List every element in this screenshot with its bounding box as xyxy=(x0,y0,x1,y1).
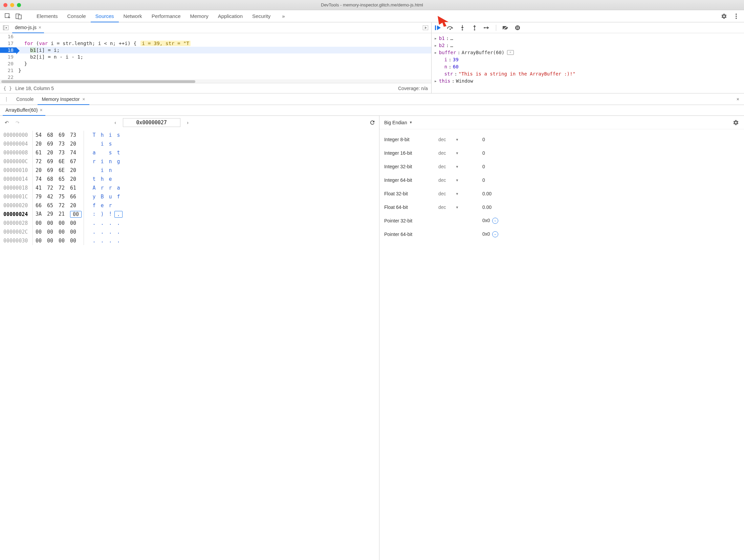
ascii-char[interactable]: e xyxy=(98,202,106,209)
hex-byte[interactable]: 41 xyxy=(36,185,47,191)
hex-byte[interactable]: 79 xyxy=(36,194,47,200)
ascii-char[interactable]: : xyxy=(90,211,98,218)
ascii-char[interactable]: r xyxy=(90,158,98,165)
value-format-select[interactable]: dec▼ xyxy=(438,137,482,142)
hex-row[interactable]: 0000003000000000.... xyxy=(3,236,376,245)
tab-performance[interactable]: Performance xyxy=(147,10,185,22)
hex-byte[interactable]: 74 xyxy=(36,176,47,182)
ascii-char[interactable]: . xyxy=(114,220,123,226)
drawer-more-icon[interactable]: ⋮ xyxy=(2,96,11,102)
hex-byte[interactable]: 73 xyxy=(59,141,70,147)
hex-byte[interactable]: 61 xyxy=(70,185,82,191)
hex-byte[interactable]: 00 xyxy=(59,238,70,244)
line-gutter[interactable]: 19 xyxy=(0,54,16,60)
jump-to-address-icon[interactable] xyxy=(492,231,498,237)
scope-row[interactable]: i: 39 xyxy=(434,56,741,63)
value-settings-gear-icon[interactable] xyxy=(732,119,739,126)
hex-byte[interactable]: 67 xyxy=(70,158,82,165)
hex-byte[interactable]: 00 xyxy=(47,220,59,226)
hex-byte[interactable]: 66 xyxy=(36,202,47,209)
hex-row[interactable]: 0000000054686973This xyxy=(3,131,376,139)
hex-byte[interactable]: 00 xyxy=(70,220,82,226)
hex-byte[interactable]: 00 xyxy=(47,229,59,235)
ascii-char[interactable]: . xyxy=(106,238,114,244)
hex-byte[interactable]: 20 xyxy=(36,141,47,147)
hex-byte[interactable]: 54 xyxy=(36,132,47,138)
ascii-char[interactable]: ) xyxy=(98,211,106,218)
ascii-char[interactable]: h xyxy=(98,176,106,182)
settings-gear-icon[interactable] xyxy=(720,12,728,21)
ascii-char[interactable]: i xyxy=(106,132,114,138)
ascii-char[interactable]: g xyxy=(114,158,123,165)
ascii-char[interactable]: . xyxy=(90,238,98,244)
hex-byte[interactable]: 6E xyxy=(59,167,70,173)
file-tab[interactable]: demo-js.js × xyxy=(12,22,44,33)
hex-row[interactable]: 0000001474686520the xyxy=(3,175,376,184)
line-gutter[interactable]: 22 xyxy=(0,74,16,80)
inspect-element-icon[interactable] xyxy=(3,12,12,21)
hex-byte[interactable]: 21 xyxy=(59,211,70,218)
ascii-char[interactable]: f xyxy=(90,202,98,209)
hex-byte[interactable]: 72 xyxy=(59,185,70,191)
scope-row[interactable]: ▸b1: … xyxy=(434,35,741,42)
buffer-tab[interactable]: ArrayBuffer(60) × xyxy=(3,105,45,116)
tab-console[interactable]: Console xyxy=(63,10,91,22)
scope-row[interactable]: str: "This is a string in the ArrayBuffe… xyxy=(434,70,741,77)
ascii-char[interactable]: n xyxy=(106,167,114,173)
hex-byte[interactable]: 6E xyxy=(59,158,70,165)
hex-byte[interactable]: 00 xyxy=(70,229,82,235)
hex-byte[interactable]: 20 xyxy=(47,150,59,156)
line-gutter[interactable]: 18 xyxy=(0,47,16,53)
kebab-menu-icon[interactable] xyxy=(732,12,741,21)
line-gutter[interactable]: 16 xyxy=(0,34,16,39)
hex-byte[interactable]: 65 xyxy=(47,202,59,209)
hex-byte[interactable]: 73 xyxy=(70,132,82,138)
device-toolbar-icon[interactable] xyxy=(14,12,23,21)
hex-row[interactable]: 0000001841727261Arra xyxy=(3,184,376,192)
hex-byte[interactable]: 00 xyxy=(36,229,47,235)
value-format-select[interactable]: dec▼ xyxy=(438,204,482,210)
close-drawer-tab-icon[interactable]: × xyxy=(81,96,85,102)
hex-byte[interactable]: 20 xyxy=(70,202,82,209)
hex-row[interactable]: 0000000C72696E67ring xyxy=(3,157,376,166)
hex-byte[interactable]: 72 xyxy=(59,202,70,209)
hex-byte[interactable]: 72 xyxy=(47,185,59,191)
tab-sources[interactable]: Sources xyxy=(91,10,119,22)
ascii-char[interactable]: i xyxy=(98,167,106,173)
ascii-char[interactable]: . xyxy=(106,220,114,226)
scope-row[interactable]: n: 60 xyxy=(434,63,741,70)
ascii-char[interactable]: ! xyxy=(106,211,114,218)
hex-byte[interactable]: 68 xyxy=(47,132,59,138)
ascii-char[interactable]: s xyxy=(114,132,123,138)
ascii-char[interactable]: . xyxy=(106,229,114,235)
hex-byte[interactable]: 00 xyxy=(70,238,82,244)
hex-grid[interactable]: 0000000054686973This0000000420697320 is … xyxy=(0,129,379,560)
ascii-char[interactable]: a xyxy=(90,150,98,156)
ascii-char[interactable]: . xyxy=(98,238,106,244)
ascii-char[interactable]: . xyxy=(98,229,106,235)
hex-row[interactable]: 0000000420697320 is xyxy=(3,139,376,148)
tab-memory[interactable]: Memory xyxy=(185,10,213,22)
hex-byte[interactable]: 69 xyxy=(59,132,70,138)
ascii-char[interactable]: s xyxy=(106,141,114,147)
drawer-tab-console[interactable]: Console xyxy=(12,93,38,105)
ascii-char[interactable]: i xyxy=(98,158,106,165)
value-format-select[interactable]: dec▼ xyxy=(438,150,482,156)
scope-row[interactable]: ▸buffer: ArrayBuffer(60)∷ xyxy=(434,49,741,56)
ascii-char[interactable]: . xyxy=(90,220,98,226)
drawer-close-icon[interactable]: × xyxy=(737,96,742,102)
value-format-select[interactable]: dec▼ xyxy=(438,177,482,183)
ascii-char[interactable]: r xyxy=(106,185,114,191)
hex-row[interactable]: 0000001C79427566yBuf xyxy=(3,192,376,201)
pretty-print-icon[interactable]: { } xyxy=(3,86,12,91)
ascii-char[interactable]: . xyxy=(90,229,98,235)
line-gutter[interactable]: 21 xyxy=(0,68,16,73)
ascii-char[interactable]: t xyxy=(90,176,98,182)
ascii-char[interactable]: . xyxy=(114,229,123,235)
ascii-char[interactable]: t xyxy=(114,150,123,156)
ascii-char[interactable]: s xyxy=(106,150,114,156)
hex-byte[interactable]: 00 xyxy=(36,220,47,226)
hex-byte[interactable]: 20 xyxy=(70,167,82,173)
ascii-char[interactable]: B xyxy=(98,194,106,200)
ascii-char[interactable]: e xyxy=(106,176,114,182)
